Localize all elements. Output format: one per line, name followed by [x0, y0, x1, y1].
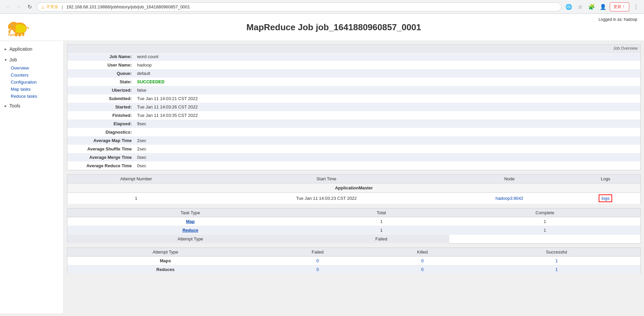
state-badge: SUCCEEDED — [137, 79, 165, 84]
url-text: 192.168.68.101:19888/jobhistory/job/job_… — [66, 4, 557, 9]
task-type-map: Map — [67, 217, 313, 226]
table-row: Reduces 0 0 1 — [67, 265, 641, 274]
sidebar-section-application: ► Application — [0, 44, 63, 54]
page-header: hadoop MapReduce Job job_1641880960857_0… — [0, 14, 644, 41]
row-label: Diagnostics: — [67, 128, 135, 136]
reduces-successful-link[interactable]: 1 — [555, 267, 558, 272]
attempt-header-row: Attempt Type Failed — [67, 235, 641, 243]
sidebar-link-reduce-tasks[interactable]: Reduce tasks — [7, 93, 63, 100]
svg-rect-7 — [22, 33, 24, 36]
user-info: Logged in as: hadoop — [599, 17, 637, 22]
row-label: Average Shuffle Time — [67, 145, 135, 153]
row-label: Average Reduce Time — [67, 162, 135, 170]
reload-button[interactable]: ↻ — [25, 2, 34, 11]
table-header-row: Attempt Number Start Time Node Logs — [67, 175, 641, 183]
row-value: 2sec — [135, 145, 641, 153]
node-link-cell: hadoop3:8042 — [448, 193, 571, 204]
maps-successful-link[interactable]: 1 — [555, 258, 558, 263]
row-value: Tue Jan 11 14:03:35 CST 2022 — [135, 111, 641, 120]
table-header-row: Attempt Type Failed Killed Successful — [67, 248, 641, 257]
reduces-killed: 0 — [372, 265, 473, 274]
attempt-type-reduces: Reduces — [67, 265, 263, 274]
row-label: Elapsed: — [67, 120, 135, 128]
bookmark-button[interactable]: ☆ — [576, 2, 585, 11]
job-arrow-icon: ▼ — [4, 58, 7, 62]
row-value: default — [135, 69, 641, 78]
table-row: Queue: default — [67, 69, 641, 78]
logs-link-cell: logs — [571, 193, 641, 204]
reduce-total: 1 — [313, 226, 449, 235]
insecure-label: 不安全 — [46, 4, 58, 10]
table-row: Uberized: false — [67, 86, 641, 94]
nav-buttons: ← → ↻ — [3, 2, 34, 11]
forward-button[interactable]: → — [14, 2, 23, 11]
lock-icon: △ — [41, 4, 44, 9]
sidebar-header-tools[interactable]: ► Tools — [0, 101, 63, 110]
menu-button[interactable]: ⋮ — [631, 2, 641, 11]
maps-failed-link[interactable]: 0 — [316, 258, 319, 263]
tools-arrow-icon: ► — [4, 104, 7, 108]
logs-link[interactable]: logs — [599, 194, 612, 202]
attempt-number: 1 — [67, 193, 205, 204]
col-successful: Successful — [473, 248, 640, 257]
sidebar-section-job: ▼ Job Overview Counters Configuration Ma… — [0, 55, 63, 100]
row-label: Started: — [67, 103, 135, 111]
col-logs: Logs — [571, 175, 641, 183]
task-summary-table: Task Type Total Complete Map 1 1 Reduce … — [67, 208, 641, 243]
application-arrow-icon: ► — [4, 47, 7, 51]
row-value: Tue Jan 11 14:03:21 CST 2022 — [135, 94, 641, 103]
col-attempt-type: Attempt Type — [67, 248, 263, 257]
sidebar-link-counters[interactable]: Counters — [7, 72, 63, 79]
page-title: MapReduce Job job_1641880960857_0001 — [30, 22, 637, 33]
table-row: Job Name: word count — [67, 52, 641, 61]
hadoop-logo: hadoop — [7, 17, 30, 37]
content-area: Job Overview Job Name: word count User N… — [64, 41, 644, 313]
maps-failed: 0 — [263, 257, 372, 265]
col-complete: Complete — [449, 209, 640, 217]
back-button[interactable]: ← — [3, 2, 13, 11]
job-overview-table: Job Overview Job Name: word count User N… — [67, 44, 641, 170]
sidebar-link-overview[interactable]: Overview — [7, 64, 63, 72]
reduce-complete: 1 — [449, 226, 640, 235]
table-row: User Name: hadoop — [67, 61, 641, 69]
sidebar-header-application[interactable]: ► Application — [0, 44, 63, 54]
attempt-summary-table: Attempt Type Failed Killed Successful Ma… — [67, 247, 641, 274]
sidebar-sub-items-job: Overview Counters Configuration Map task… — [0, 64, 63, 100]
task-type-reduce: Reduce — [67, 226, 313, 235]
maps-killed-link[interactable]: 0 — [421, 258, 424, 263]
application-master-title: ApplicationMaster — [67, 183, 641, 193]
map-complete: 1 — [449, 217, 640, 226]
reduces-failed-link[interactable]: 0 — [316, 267, 319, 272]
sidebar-section-tools: ► Tools — [0, 101, 63, 110]
extensions-button[interactable]: 🧩 — [587, 2, 596, 11]
maps-killed: 0 — [372, 257, 473, 265]
col-task-type: Task Type — [67, 209, 313, 217]
translate-button[interactable]: 🌐 — [564, 2, 574, 11]
reduces-killed-link[interactable]: 0 — [421, 267, 424, 272]
row-label: Submitted: — [67, 94, 135, 103]
col-killed: Killed — [372, 248, 473, 257]
reduce-link[interactable]: Reduce — [183, 228, 198, 233]
node-link[interactable]: hadoop3:8042 — [495, 196, 523, 201]
table-row: Maps 0 0 1 — [67, 257, 641, 265]
address-bar[interactable]: △ 不安全 | 192.168.68.101:19888/jobhistory/… — [37, 2, 561, 11]
table-row: 1 Tue Jan 11 14:03:23 CST 2022 hadoop3:8… — [67, 193, 641, 204]
browser-chrome: ← → ↻ △ 不安全 | 192.168.68.101:19888/jobhi… — [0, 0, 644, 14]
reduces-failed: 0 — [263, 265, 372, 274]
row-label: Average Map Time — [67, 136, 135, 145]
sidebar-link-map-tasks[interactable]: Map tasks — [7, 86, 63, 93]
profile-button[interactable]: 👤 — [598, 2, 608, 11]
map-link[interactable]: Map — [186, 219, 195, 224]
row-label: User Name: — [67, 61, 135, 69]
sidebar-header-job[interactable]: ▼ Job — [0, 55, 63, 64]
table-row: Reduce 1 1 — [67, 226, 641, 235]
row-label: Uberized: — [67, 86, 135, 94]
row-label: Job Name: — [67, 52, 135, 61]
maps-successful: 1 — [473, 257, 640, 265]
row-value: 2sec — [135, 136, 641, 145]
job-label: Job — [9, 57, 17, 62]
table-row: Elapsed: 9sec — [67, 120, 641, 128]
table-header-row: Task Type Total Complete — [67, 209, 641, 217]
update-button[interactable]: 更新！ — [610, 2, 629, 11]
sidebar-link-configuration[interactable]: Configuration — [7, 79, 63, 86]
